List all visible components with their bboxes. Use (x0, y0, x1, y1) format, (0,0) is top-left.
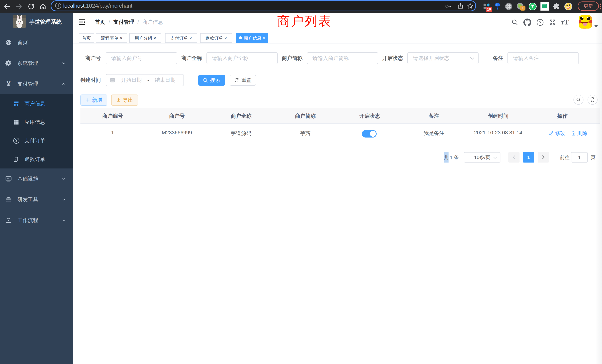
svg-text:¥: ¥ (15, 139, 17, 143)
